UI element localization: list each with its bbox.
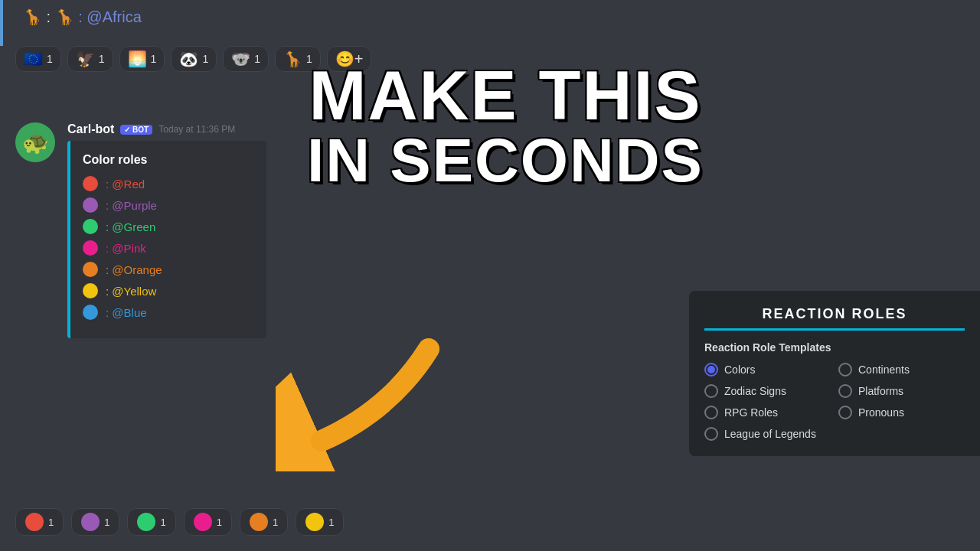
bot-username: Carl-bot	[67, 122, 114, 136]
arrow-svg	[276, 334, 444, 471]
template-zodiac[interactable]: Zodiac Signs	[704, 384, 831, 398]
africa-mention: 🦒 : @Africa	[55, 8, 142, 25]
bot-badge: ✓ BOT	[120, 125, 152, 135]
reaction-eu[interactable]: 🇪🇺 1	[15, 46, 61, 72]
react-bottom-yellow[interactable]: 1	[296, 508, 344, 536]
template-colors[interactable]: Colors	[704, 363, 831, 377]
dot-blue	[83, 305, 98, 320]
dot-orange	[83, 262, 98, 277]
reaction-roles-panel: REACTION ROLES Reaction Role Templates C…	[689, 291, 980, 456]
radio-rpg[interactable]	[704, 406, 718, 419]
radio-colors[interactable]	[704, 363, 718, 377]
role-red-label: : @Red	[106, 178, 145, 191]
radio-colors-inner	[707, 366, 715, 373]
role-yellow: : @Yellow	[83, 283, 254, 298]
message-timestamp: Today at 11:36 PM	[158, 124, 235, 135]
dot-red	[83, 176, 98, 191]
react-bottom-green[interactable]: 1	[127, 508, 175, 536]
message-header: Carl-bot ✓ BOT Today at 11:36 PM	[67, 122, 266, 136]
template-lol-label: League of Legends	[724, 428, 816, 440]
embed-title: Color roles	[83, 153, 254, 167]
template-rpg[interactable]: RPG Roles	[704, 406, 831, 419]
overlay-line2: IN SECONDS	[306, 130, 704, 191]
role-blue: : @Blue	[83, 305, 254, 320]
template-zodiac-label: Zodiac Signs	[724, 385, 786, 397]
react-bottom-orange[interactable]: 1	[240, 508, 288, 536]
radio-pronouns[interactable]	[838, 406, 852, 419]
carl-bot-message: 🐢 Carl-bot ✓ BOT Today at 11:36 PM Color…	[15, 122, 266, 338]
role-green: : @Green	[83, 219, 254, 234]
reaction-panda[interactable]: 🐼 1	[171, 46, 217, 72]
role-purple-label: : @Purple	[106, 199, 157, 212]
template-colors-label: Colors	[724, 364, 755, 376]
role-yellow-label: : @Yellow	[106, 285, 156, 298]
role-purple: : @Purple	[83, 197, 254, 213]
role-orange: : @Orange	[83, 262, 254, 277]
panel-title: REACTION ROLES	[704, 306, 965, 331]
message-body: Carl-bot ✓ BOT Today at 11:36 PM Color r…	[67, 122, 266, 338]
templates-grid: Colors Continents Zodiac Signs Platforms…	[704, 363, 965, 441]
template-pronouns[interactable]: Pronouns	[838, 406, 965, 419]
dot-yellow	[83, 283, 98, 298]
blue-indicator	[0, 0, 3, 46]
dot-green	[83, 219, 98, 234]
radio-platforms[interactable]	[838, 384, 852, 398]
africa-message: 🦒 : 🦒 : @Africa	[23, 8, 142, 26]
role-pink-label: : @Pink	[106, 242, 146, 255]
radio-zodiac[interactable]	[704, 384, 718, 398]
template-pronouns-label: Pronouns	[858, 406, 904, 419]
template-continents[interactable]: Continents	[838, 363, 965, 377]
panel-subtitle: Reaction Role Templates	[704, 341, 965, 354]
react-bottom-red[interactable]: 1	[15, 508, 64, 536]
template-continents-label: Continents	[858, 364, 910, 376]
overlay-line1: MAKE THIS	[306, 61, 704, 130]
arrow-container	[276, 334, 444, 474]
radio-continents[interactable]	[838, 363, 852, 377]
reaction-eagle[interactable]: 🦅 1	[67, 46, 113, 72]
react-bottom-pink[interactable]: 1	[184, 508, 232, 536]
color-roles-embed: Color roles : @Red : @Purple : @Green : …	[67, 141, 266, 338]
template-platforms-label: Platforms	[858, 385, 903, 397]
role-blue-label: : @Blue	[106, 306, 147, 319]
radio-lol[interactable]	[704, 427, 718, 441]
dot-purple	[83, 197, 98, 213]
reactions-bottom-row: 1 1 1 1 1 1	[15, 508, 344, 536]
template-rpg-label: RPG Roles	[724, 406, 778, 419]
role-pink: : @Pink	[83, 240, 254, 256]
template-platforms[interactable]: Platforms	[838, 384, 965, 398]
avatar: 🐢	[15, 122, 55, 162]
role-orange-label: : @Orange	[106, 263, 162, 276]
reaction-sunset[interactable]: 🌅 1	[119, 46, 165, 72]
role-green-label: : @Green	[106, 220, 155, 233]
big-text-overlay: MAKE THIS IN SECONDS	[306, 61, 704, 191]
reaction-koala[interactable]: 🐨 1	[223, 46, 269, 72]
react-bottom-purple[interactable]: 1	[71, 508, 119, 536]
template-lol[interactable]: League of Legends	[704, 427, 965, 441]
role-red: : @Red	[83, 176, 254, 191]
dot-pink	[83, 240, 98, 256]
